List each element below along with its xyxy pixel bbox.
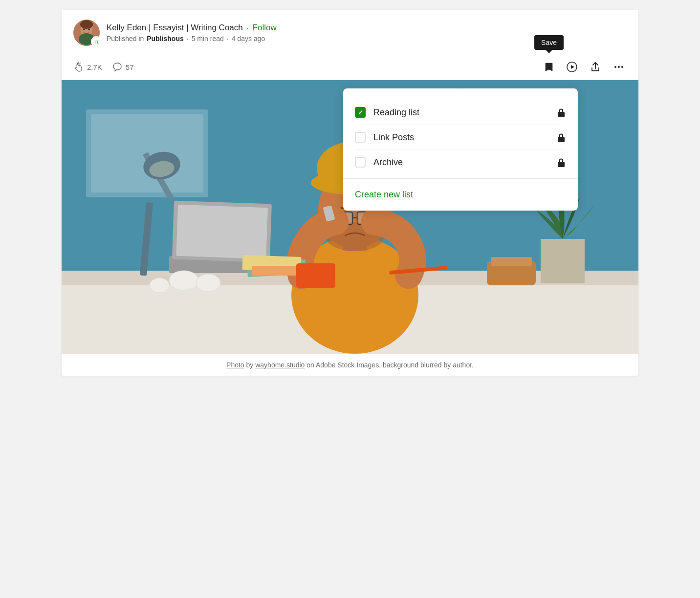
dot-separator: ·	[247, 24, 249, 32]
play-button[interactable]	[564, 59, 580, 75]
share-button[interactable]	[588, 59, 603, 75]
svg-point-50	[169, 271, 198, 290]
author-avatar-wrapper: P L	[73, 20, 100, 46]
create-new-list-button[interactable]: Create new list	[343, 179, 578, 211]
save-button-wrapper: Save	[542, 60, 556, 74]
link-posts-checkbox[interactable]	[355, 132, 366, 143]
svg-rect-48	[252, 266, 301, 276]
svg-rect-16	[558, 162, 565, 167]
author-name: Kelly Eden | Essayist | Writing Coach	[107, 23, 243, 33]
clap-icon	[73, 62, 84, 72]
photo-link[interactable]: Photo	[226, 361, 244, 369]
svg-rect-53	[541, 239, 585, 283]
svg-point-51	[196, 274, 220, 292]
svg-point-52	[150, 278, 169, 293]
save-dropdown: Reading list Link Posts	[343, 88, 578, 211]
follow-button[interactable]: Follow	[253, 23, 277, 33]
caption-text: Photo by wayhome.studio on Adobe Stock I…	[226, 361, 474, 369]
svg-marker-10	[571, 65, 574, 69]
svg-point-11	[614, 66, 616, 68]
studio-link[interactable]: wayhome.studio	[255, 361, 305, 369]
list-item-reading[interactable]: Reading list	[355, 100, 566, 125]
publication-badge: P L	[91, 36, 102, 47]
comment-stat[interactable]: 57	[112, 62, 134, 72]
caption-suffix: on Adobe Stock Images, background blurre…	[306, 361, 474, 369]
toolbar-right: Save	[542, 59, 627, 75]
save-tooltip: Save	[534, 35, 564, 50]
svg-rect-14	[558, 112, 565, 117]
time-ago: 4 days ago	[232, 35, 265, 43]
bookmark-button[interactable]	[542, 60, 556, 74]
clap-stat[interactable]: 2.7K	[73, 62, 102, 72]
archive-checkbox[interactable]	[355, 157, 366, 168]
more-button[interactable]	[611, 59, 627, 75]
article-card: P L Kelly Eden | Essayist | Writing Coac…	[62, 10, 638, 376]
svg-text:L: L	[97, 40, 99, 44]
svg-point-12	[618, 66, 620, 68]
comment-count: 57	[126, 63, 134, 71]
publication-name[interactable]: Publishous	[147, 35, 183, 43]
published-in-label: Published in	[107, 35, 144, 43]
read-time: 5 min read	[192, 35, 224, 43]
article-toolbar: 2.7K 57 Save	[62, 54, 638, 80]
toolbar-left: 2.7K 57	[73, 62, 542, 72]
archive-label: Archive	[373, 157, 548, 168]
svg-rect-49	[296, 263, 335, 288]
list-item-archive[interactable]: Archive	[355, 150, 566, 174]
article-caption: Photo by wayhome.studio on Adobe Stock I…	[62, 354, 638, 376]
link-posts-label: Link Posts	[373, 132, 548, 143]
svg-rect-28	[176, 205, 268, 259]
svg-point-13	[621, 66, 623, 68]
clap-count: 2.7K	[87, 63, 102, 71]
reading-list-label: Reading list	[373, 107, 548, 118]
author-name-row: Kelly Eden | Essayist | Writing Coach · …	[107, 23, 627, 33]
link-posts-lock-icon	[556, 132, 566, 143]
reading-list-checkbox[interactable]	[355, 107, 366, 118]
archive-lock-icon	[556, 157, 566, 168]
svg-rect-15	[558, 137, 565, 142]
svg-point-5	[80, 20, 93, 29]
list-item-link-posts[interactable]: Link Posts	[355, 125, 566, 150]
reading-list-lock-icon	[556, 107, 566, 118]
list-items-container: Reading list Link Posts	[343, 88, 578, 174]
svg-rect-56	[491, 257, 532, 266]
comment-icon	[112, 62, 123, 72]
